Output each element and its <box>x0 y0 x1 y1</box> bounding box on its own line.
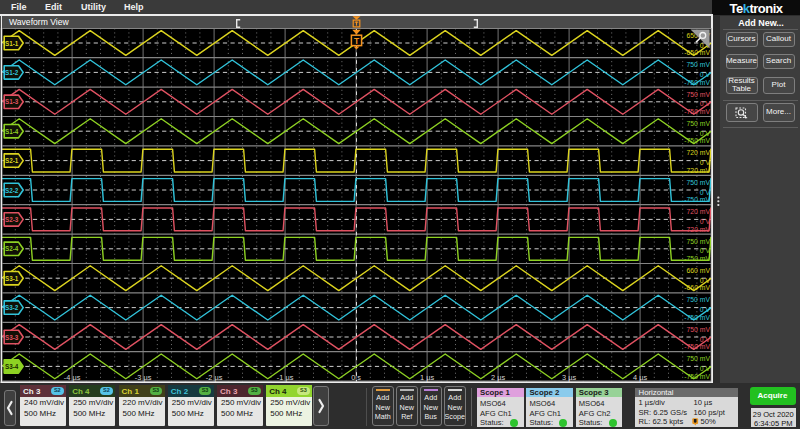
svg-text:-660 mV: -660 mV <box>684 284 710 291</box>
svg-text:660 mV: 660 mV <box>687 267 711 274</box>
svg-text:0 V: 0 V <box>700 130 711 137</box>
svg-text:S1-2: S1-2 <box>5 69 19 76</box>
svg-text:0 V: 0 V <box>700 100 711 107</box>
svg-text:-750 mV: -750 mV <box>684 255 710 262</box>
svg-text:-750 mV: -750 mV <box>684 108 710 115</box>
svg-text:S2-1: S2-1 <box>5 157 19 164</box>
svg-text:S1-3: S1-3 <box>5 98 19 105</box>
svg-text:S1-1: S1-1 <box>5 40 19 47</box>
svg-text:-1 µs: -1 µs <box>277 373 294 382</box>
svg-text:S3-3: S3-3 <box>5 334 19 341</box>
svg-text:0 s: 0 s <box>351 373 361 382</box>
svg-text:S2-4: S2-4 <box>5 245 19 252</box>
svg-text:0 V: 0 V <box>700 189 711 196</box>
svg-text:S1-4: S1-4 <box>5 128 19 135</box>
svg-text:T: T <box>354 36 360 46</box>
svg-text:-4 µs: -4 µs <box>64 373 81 382</box>
svg-text:750 mV: 750 mV <box>687 91 711 98</box>
svg-text:S3-4: S3-4 <box>5 363 19 370</box>
svg-text:750 mV: 750 mV <box>687 296 711 303</box>
svg-text:0 V: 0 V <box>700 247 711 254</box>
svg-text:-750 mV: -750 mV <box>684 196 710 203</box>
svg-text:-720 mV: -720 mV <box>684 226 710 233</box>
svg-text:-720 mV: -720 mV <box>684 167 710 174</box>
svg-text:-750 mV: -750 mV <box>684 373 710 380</box>
svg-text:-650 mV: -650 mV <box>684 49 710 56</box>
svg-text:2 µs: 2 µs <box>491 373 505 382</box>
svg-text:0 V: 0 V <box>700 306 711 313</box>
svg-text:720 mV: 720 mV <box>687 208 711 215</box>
svg-text:3 µs: 3 µs <box>562 373 576 382</box>
svg-text:S3-2: S3-2 <box>5 304 19 311</box>
svg-text:S3-1: S3-1 <box>5 275 19 282</box>
svg-text:-750 mV: -750 mV <box>684 343 710 350</box>
svg-text:750 mV: 750 mV <box>687 61 711 68</box>
svg-text:750 mV: 750 mV <box>687 238 711 245</box>
svg-text:750 mV: 750 mV <box>687 355 711 362</box>
svg-text:750 mV: 750 mV <box>687 326 711 333</box>
svg-text:S2-3: S2-3 <box>5 216 19 223</box>
svg-text:0 V: 0 V <box>700 277 711 284</box>
svg-text:-750 mV: -750 mV <box>684 314 710 321</box>
svg-text:-750 mV: -750 mV <box>684 137 710 144</box>
svg-text:1 µs: 1 µs <box>420 373 434 382</box>
svg-text:0 V: 0 V <box>700 71 711 78</box>
svg-text:720 mV: 720 mV <box>687 149 711 156</box>
svg-text:750 mV: 750 mV <box>687 120 711 127</box>
svg-text:-750 mV: -750 mV <box>684 79 710 86</box>
svg-text:0 V: 0 V <box>700 159 711 166</box>
svg-text:-3 µs: -3 µs <box>135 373 152 382</box>
svg-text:0 V: 0 V <box>700 365 711 372</box>
svg-text:S2-2: S2-2 <box>5 187 19 194</box>
svg-text:-2 µs: -2 µs <box>206 373 223 382</box>
svg-text:750 mV: 750 mV <box>687 179 711 186</box>
svg-text:0 V: 0 V <box>700 336 711 343</box>
svg-text:0 V: 0 V <box>700 218 711 225</box>
svg-text:4 µs: 4 µs <box>633 373 647 382</box>
